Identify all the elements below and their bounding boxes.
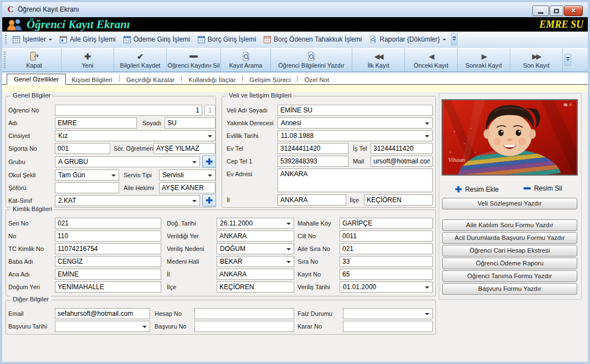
kimlik-ilce-label: İlçe bbox=[167, 281, 176, 293]
genel-bilgiler-group: Genel Bilgiler Öğrenci No 1 Adı Soyadı C… bbox=[6, 96, 216, 208]
ogrenci-kaydini-sil-button[interactable]: Öğrenci Kaydını Sil bbox=[167, 48, 221, 71]
ogrenci-bilgilerini-yazdir-button[interactable]: Öğrenci Bilgilerini Yazdır bbox=[271, 48, 352, 71]
tab-ozel-not[interactable]: Özel Not bbox=[299, 75, 335, 84]
toolbar-label: Önceki Kayıt bbox=[414, 62, 448, 69]
menu-islemler[interactable]: İşlemler bbox=[9, 33, 56, 45]
grubu-select[interactable]: A GRUBU bbox=[55, 156, 200, 167]
is-tel-field[interactable] bbox=[371, 143, 433, 154]
mahalle-koy-field[interactable] bbox=[340, 218, 433, 229]
grid-icon bbox=[13, 36, 20, 43]
menubar-overflow-button[interactable] bbox=[451, 33, 458, 45]
ogrenci-no-field[interactable] bbox=[55, 105, 202, 116]
cilt-no-field[interactable] bbox=[340, 230, 433, 242]
tab-genel-ozellikler[interactable]: Genel Özellikler bbox=[7, 74, 66, 85]
yakinlik-select[interactable]: Annesi bbox=[278, 117, 433, 129]
acil-durum-basvuru-formu-button[interactable]: Acil Durumlarda Başvuru Formu Yazdır bbox=[442, 232, 577, 244]
medeni-hali-select[interactable]: BEKAR bbox=[217, 256, 294, 267]
menu-aile-giris[interactable]: Aile Giriş İşlemi bbox=[56, 33, 120, 45]
sigorta-no-field[interactable] bbox=[55, 143, 110, 154]
dog-tarihi-select[interactable]: 26.11.2000 bbox=[217, 218, 294, 229]
soyadi-field[interactable] bbox=[165, 117, 216, 129]
mail-field[interactable] bbox=[371, 156, 433, 167]
kimlik-ilce-field[interactable] bbox=[217, 281, 294, 293]
menu-borc-giris[interactable]: Borç Giriş İşlemi bbox=[194, 33, 260, 45]
ev-adresi-textarea[interactable]: ANKARA bbox=[278, 168, 433, 192]
dogum-yeri-field[interactable] bbox=[55, 281, 161, 293]
menu-odeme-giris[interactable]: Ödeme Giriş İşlemi bbox=[120, 33, 194, 45]
report-icon bbox=[370, 35, 377, 43]
odeme-raporu-button[interactable]: Öğrenci Ödeme Raporu bbox=[442, 258, 577, 269]
servis-tipi-select[interactable]: Servisli bbox=[159, 170, 216, 181]
tab-kullandigi-ilaclar[interactable]: Kullandığı İlaçlar bbox=[183, 75, 241, 84]
cilt-no-label: Cilt No bbox=[297, 230, 316, 242]
minimize-button[interactable] bbox=[532, 6, 549, 16]
toolbar-grip bbox=[5, 35, 7, 44]
aile-hekimi-field[interactable] bbox=[159, 182, 216, 193]
tc-kimlik-field[interactable] bbox=[55, 243, 161, 254]
basvuru-formu-button[interactable]: Başvuru Formu Yazdır bbox=[442, 283, 577, 295]
toolbar-overflow-button[interactable] bbox=[565, 54, 571, 66]
seri-no-field[interactable] bbox=[55, 218, 161, 229]
adi-field[interactable] bbox=[55, 117, 137, 129]
resim-sil-button[interactable]: Resim Sil bbox=[524, 184, 562, 192]
verilis-tarihi-select[interactable]: 01.01.2000 bbox=[340, 281, 433, 293]
basvuru-tarihi-select[interactable] bbox=[55, 321, 150, 332]
kapat-button[interactable]: Kapat bbox=[7, 48, 61, 71]
verilis-nedeni-select[interactable]: DOĞUM bbox=[217, 243, 294, 254]
ilk-kayit-button[interactable]: ◀◀ İlk Kayıt bbox=[352, 48, 405, 71]
document-search-icon bbox=[242, 52, 250, 61]
cinsiyet-select[interactable]: Kız bbox=[55, 130, 216, 141]
ana-adi-field[interactable] bbox=[55, 269, 161, 280]
faiz-durumu-label: Faiz Durumu bbox=[297, 308, 332, 319]
il-field[interactable] bbox=[278, 194, 346, 206]
kat-sinif-add-button[interactable]: ✚ bbox=[202, 194, 216, 207]
ilce-field[interactable] bbox=[364, 194, 433, 206]
app-logo-icon: C bbox=[6, 5, 15, 14]
yeni-button[interactable]: ✚ Yeni bbox=[61, 48, 114, 71]
basvuru-no-field[interactable] bbox=[194, 321, 294, 332]
window-icon bbox=[60, 36, 67, 43]
okul-sekli-select[interactable]: Tam Gün bbox=[55, 170, 119, 181]
menu-borc-odenen[interactable]: Borç Ödenen Tahakkuk İşlemi bbox=[260, 33, 366, 45]
tc-kimlik-label: TC Kimlik No bbox=[8, 243, 44, 254]
son-kayit-button[interactable]: ▶▶ Son Kayıt bbox=[510, 48, 563, 71]
evlilik-tarihi-select[interactable]: 11.08.1988 bbox=[278, 130, 433, 141]
no-field[interactable] bbox=[55, 230, 161, 242]
ev-tel-field[interactable] bbox=[278, 143, 348, 154]
hesap-no-field[interactable] bbox=[194, 308, 294, 319]
tanima-formu-button[interactable]: Öğrenci Tanıma Formu Yazdır bbox=[442, 270, 577, 282]
verildigi-yer-field[interactable] bbox=[217, 230, 294, 242]
baba-adi-field[interactable] bbox=[55, 256, 161, 267]
faiz-durumu-select[interactable] bbox=[343, 308, 433, 319]
resim-ekle-button[interactable]: ✚ Resim Ekle bbox=[455, 184, 499, 194]
kat-sinif-select[interactable]: 2.KAT bbox=[55, 195, 200, 206]
onceki-kayit-button[interactable]: ◀ Önceki Kayıt bbox=[405, 48, 458, 71]
maximize-button[interactable] bbox=[550, 6, 563, 16]
aile-katilim-soru-formu-button[interactable]: Aile Katılım Soru Formu Yazdır bbox=[442, 219, 577, 231]
sor-ogretmen-field[interactable] bbox=[153, 143, 216, 154]
tab-gecirdigi-kazalar[interactable]: Geçirdiği Kazalar bbox=[121, 75, 181, 84]
veli-sozlesmesi-yazdir-button[interactable]: Veli Sözleşmesi Yazdır bbox=[442, 198, 577, 209]
karar-no-field[interactable] bbox=[343, 321, 433, 332]
grubu-add-button[interactable]: ✚ bbox=[202, 156, 216, 168]
menu-raporlar[interactable]: Raporlar {Dökümler} bbox=[366, 33, 450, 45]
kayit-no-field[interactable] bbox=[340, 269, 433, 280]
soforu-field[interactable] bbox=[55, 182, 119, 193]
kimlik-il-field[interactable] bbox=[217, 269, 294, 280]
aile-sira-no-field[interactable] bbox=[340, 243, 433, 254]
email-field[interactable] bbox=[55, 308, 150, 319]
sira-no-field[interactable] bbox=[340, 256, 433, 267]
bilgileri-kaydet-button[interactable]: ✔ Bilgileri Kaydet bbox=[114, 48, 167, 71]
sonraki-kayit-button[interactable]: ▶ Sonraki Kayıt bbox=[458, 48, 510, 71]
kayit-arama-button[interactable]: Kayıt Arama bbox=[221, 48, 271, 71]
cari-hesap-ekstresi-button[interactable]: Öğrenci Cari Hesap Ekstresi bbox=[442, 245, 577, 257]
tab-separator bbox=[119, 75, 120, 82]
veli-adi-field[interactable] bbox=[278, 105, 433, 116]
tab-kisisel-bilgileri[interactable]: Kişisel Bilgileri bbox=[66, 75, 118, 84]
close-button[interactable]: ✕ bbox=[564, 6, 583, 16]
kayit-no-label: Kayıt No bbox=[297, 269, 321, 280]
door-exit-icon bbox=[29, 52, 39, 61]
cep-tel-field[interactable] bbox=[278, 156, 348, 167]
tab-gelisim-sureci[interactable]: Gelişim Süreci bbox=[244, 75, 296, 84]
dropdown-arrow-icon bbox=[192, 200, 197, 204]
